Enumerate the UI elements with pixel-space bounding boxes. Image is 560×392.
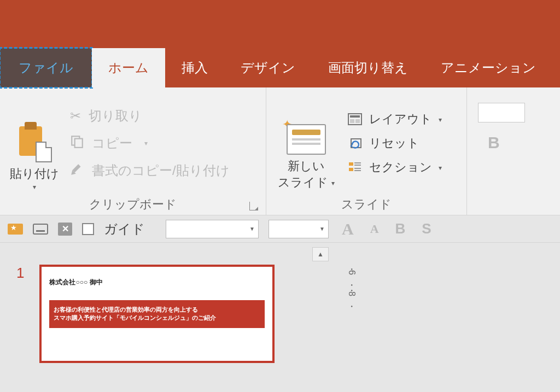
slides-group-label: スライド: [271, 194, 462, 213]
svg-rect-1: [75, 138, 83, 147]
new-slide-label2: スライド: [278, 174, 328, 191]
paste-button[interactable]: 貼り付け ▾: [4, 92, 65, 194]
svg-rect-9: [354, 165, 361, 166]
thumb-company-text: 株式会社○○○ 御中: [49, 278, 265, 287]
ruler-area: ・6・・8・: [329, 243, 560, 392]
svg-rect-11: [354, 168, 361, 169]
paintbrush-icon: [70, 162, 84, 179]
clipboard-group-label: クリップボード: [4, 194, 261, 213]
secondary-toolbar: ✕ ガイド ▼ ▼ A A B S: [0, 215, 560, 243]
font-name-combo[interactable]: [478, 103, 525, 122]
copy-icon: [70, 134, 84, 152]
chevron-down-icon: ▾: [33, 183, 36, 191]
tab-animations[interactable]: アニメーション: [424, 48, 552, 87]
chevron-down-icon: ▾: [144, 139, 148, 147]
ribbon: 貼り付け ▾ ✂ 切り取り コピー ▾: [0, 87, 560, 215]
dialog-launcher-icon[interactable]: [249, 202, 258, 210]
new-slide-button[interactable]: ✦ 新しい スライド ▾: [271, 92, 342, 194]
group-font: B: [467, 87, 536, 215]
font-shrink-button[interactable]: A: [367, 222, 382, 236]
cut-button[interactable]: ✂ 切り取り: [70, 107, 261, 125]
strike-qa-button[interactable]: S: [418, 220, 434, 237]
thumb-banner: お客様の利便性と代理店の営業効率の両方を向上する スマホ購入予約サイト「モバイル…: [49, 300, 265, 328]
reset-button[interactable]: リセット: [347, 135, 462, 151]
scissors-icon: ✂: [70, 108, 81, 124]
chevron-down-icon: ▾: [331, 179, 335, 187]
combo-1[interactable]: ▼: [166, 220, 259, 238]
section-label: セクション: [369, 159, 432, 175]
reset-icon: [347, 137, 363, 150]
svg-rect-5: [355, 119, 360, 123]
paste-label: 貼り付け: [10, 166, 59, 182]
slide-thumbnails-panel: 1 株式会社○○○ 御中 お客様の利便性と代理店の営業効率の両方を向上する スマ…: [0, 243, 312, 392]
section-icon: [347, 161, 363, 174]
format-painter-button[interactable]: 書式のコピー/貼り付け: [70, 162, 261, 179]
bold-button[interactable]: B: [478, 133, 525, 152]
svg-rect-3: [350, 115, 360, 118]
slide-icon: [287, 124, 326, 155]
favorites-folder-button[interactable]: [8, 222, 23, 236]
copy-label: コピー: [92, 134, 132, 152]
chevron-down-icon: ▾: [439, 116, 442, 124]
layout-icon: [347, 113, 363, 126]
scroll-up-button[interactable]: ▲: [312, 247, 329, 261]
layout-label: レイアウト: [369, 111, 432, 127]
title-bar: [0, 0, 560, 48]
group-clipboard: 貼り付け ▾ ✂ 切り取り コピー ▾: [0, 87, 266, 215]
guide-checkbox[interactable]: [82, 223, 94, 235]
keyboard-button[interactable]: [33, 222, 48, 236]
scroll-column: ▲: [312, 243, 329, 392]
format-painter-label: 書式のコピー/貼り付け: [92, 162, 230, 179]
cut-label: 切り取り: [89, 107, 142, 125]
copy-button[interactable]: コピー ▾: [70, 134, 261, 152]
tab-insert[interactable]: 挿入: [165, 48, 224, 87]
work-area: 1 株式会社○○○ 御中 お客様の利便性と代理店の営業効率の両方を向上する スマ…: [0, 243, 560, 392]
reset-label: リセット: [369, 135, 419, 151]
svg-rect-8: [354, 162, 361, 163]
group-slides: ✦ 新しい スライド ▾ レイアウト ▾: [266, 87, 467, 215]
slide-number: 1: [16, 265, 24, 392]
tab-transitions[interactable]: 画面切り替え: [312, 48, 424, 87]
svg-rect-12: [354, 170, 361, 171]
combo-2[interactable]: ▼: [269, 220, 329, 238]
svg-rect-7: [349, 162, 353, 166]
ribbon-tabs: ファイル ホーム 挿入 デザイン 画面切り替え アニメーション: [0, 48, 560, 87]
close-button[interactable]: ✕: [58, 223, 72, 236]
new-slide-label1: 新しい: [288, 158, 325, 174]
tab-design[interactable]: デザイン: [224, 48, 312, 87]
bold-qa-button[interactable]: B: [392, 220, 409, 237]
tab-home[interactable]: ホーム: [92, 48, 165, 87]
vertical-ruler: ・6・・8・: [346, 265, 357, 307]
layout-button[interactable]: レイアウト ▾: [347, 111, 462, 127]
paste-icon: [17, 121, 52, 162]
chevron-down-icon: ▾: [439, 164, 442, 172]
guide-label: ガイド: [104, 220, 145, 238]
font-grow-button[interactable]: A: [339, 220, 357, 238]
svg-rect-4: [350, 119, 354, 123]
tab-file[interactable]: ファイル: [0, 48, 92, 87]
thumb-banner-line2: スマホ購入予約サイト「モバイルコンシェルジュ」のご紹介: [54, 314, 260, 322]
svg-rect-10: [349, 168, 353, 171]
thumb-banner-line1: お客様の利便性と代理店の営業効率の両方を向上する: [54, 306, 260, 314]
section-button[interactable]: セクション ▾: [347, 159, 462, 175]
slide-thumbnail-1[interactable]: 株式会社○○○ 御中 お客様の利便性と代理店の営業効率の両方を向上する スマホ購…: [39, 265, 275, 363]
